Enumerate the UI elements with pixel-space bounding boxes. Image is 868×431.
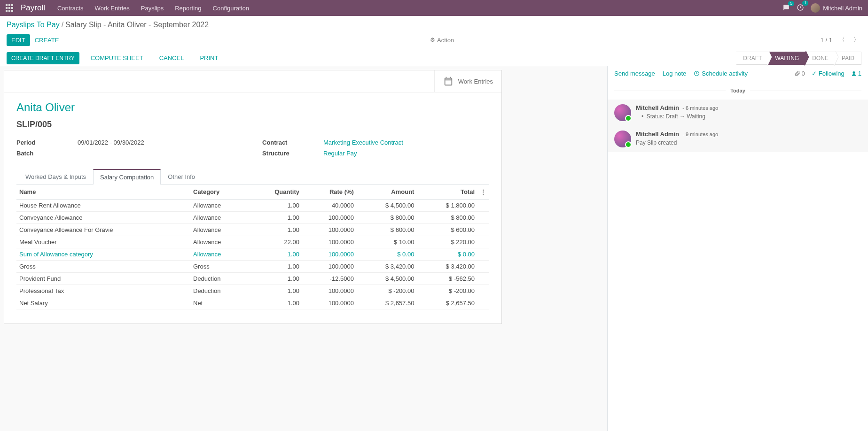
cell-category: Deduction: [190, 273, 249, 285]
gear-icon: ⚙: [430, 37, 435, 43]
nav-reporting[interactable]: Reporting: [175, 5, 201, 12]
status-waiting[interactable]: WAITING: [768, 52, 805, 65]
user-menu[interactable]: Mitchell Admin: [811, 3, 862, 13]
col-quantity[interactable]: Quantity: [249, 185, 302, 200]
log-note-button[interactable]: Log note: [663, 70, 687, 77]
clock-icon: [694, 70, 700, 77]
action-dropdown[interactable]: ⚙ Action: [430, 37, 454, 44]
period-label: Period: [16, 139, 78, 146]
table-row[interactable]: Provident Fund Deduction 1.00 -12.5000 $…: [16, 273, 489, 285]
status-paid[interactable]: PAID: [835, 52, 861, 65]
log-author[interactable]: Mitchell Admin: [636, 131, 679, 138]
avatar-icon: [614, 104, 631, 121]
pager-next[interactable]: 〉: [852, 34, 861, 46]
tab-salary-computation[interactable]: Salary Computation: [93, 169, 161, 185]
structure-label: Structure: [262, 150, 323, 157]
log-time: - 9 minutes ago: [682, 131, 718, 137]
col-options-icon[interactable]: ⋮: [477, 185, 489, 200]
col-category[interactable]: Category: [190, 185, 249, 200]
pager-prev[interactable]: 〈: [837, 34, 847, 46]
cell-category: Allowance: [190, 200, 249, 212]
table-row[interactable]: Gross Gross 1.00 100.0000 $ 3,420.00 $ 3…: [16, 261, 489, 273]
cell-rate: 100.0000: [302, 212, 357, 224]
cell-qty: 1.00: [249, 297, 302, 309]
table-row[interactable]: Conveyance Allowance For Gravie Allowanc…: [16, 224, 489, 236]
log-time: - 6 minutes ago: [682, 105, 718, 111]
tab-worked-days[interactable]: Worked Days & Inputs: [18, 169, 93, 184]
cell-name: Net Salary: [16, 297, 190, 309]
send-message-button[interactable]: Send message: [614, 70, 655, 77]
action-label: Action: [437, 37, 454, 44]
cell-name: Conveyance Allowance: [16, 212, 190, 224]
breadcrumb-separator: /: [62, 21, 63, 29]
cancel-button[interactable]: CANCEL: [155, 52, 189, 64]
compute-sheet-button[interactable]: COMPUTE SHEET: [86, 52, 148, 64]
cell-amount: $ 600.00: [357, 224, 417, 236]
contract-link[interactable]: Marketing Executive Contract: [323, 139, 403, 146]
cell-name: Provident Fund: [16, 273, 190, 285]
nav-configuration[interactable]: Configuration: [213, 5, 249, 12]
tabs: Worked Days & Inputs Salary Computation …: [16, 169, 489, 185]
col-amount[interactable]: Amount: [357, 185, 417, 200]
period-value: 09/01/2022 - 09/30/2022: [78, 139, 144, 146]
table-row[interactable]: Meal Voucher Allowance 22.00 100.0000 $ …: [16, 236, 489, 248]
breadcrumb-current: Salary Slip - Anita Oliver - September 2…: [65, 21, 209, 29]
attachments-button[interactable]: 0: [794, 70, 805, 77]
nav-work-entries[interactable]: Work Entries: [95, 5, 130, 12]
messages-icon[interactable]: 5: [782, 4, 790, 12]
cell-category: Gross: [190, 261, 249, 273]
log-message: Mitchell Admin - 6 minutes ago • Status:…: [608, 100, 868, 126]
work-entries-stat-button[interactable]: Work Entries: [434, 70, 501, 92]
create-draft-entry-button[interactable]: CREATE DRAFT ENTRY: [7, 52, 79, 64]
table-row[interactable]: Net Salary Net 1.00 100.0000 $ 2,657.50 …: [16, 297, 489, 309]
status-done[interactable]: DONE: [805, 52, 835, 65]
log-author[interactable]: Mitchell Admin: [636, 104, 679, 111]
breadcrumb-parent[interactable]: Payslips To Pay: [7, 21, 60, 29]
edit-button[interactable]: EDIT: [7, 34, 30, 46]
cell-name: Meal Voucher: [16, 236, 190, 248]
person-icon: [851, 71, 857, 77]
cell-name: Professional Tax: [16, 285, 190, 297]
statusbar-widget: DRAFT WAITING DONE PAID: [736, 52, 861, 65]
chatter-panel: Send message Log note Schedule activity …: [607, 66, 868, 431]
table-row[interactable]: Professional Tax Deduction 1.00 100.0000…: [16, 285, 489, 297]
nav-payslips[interactable]: Payslips: [141, 5, 164, 12]
batch-label: Batch: [16, 150, 78, 157]
chatter-date-separator: Today: [726, 88, 750, 93]
schedule-activity-button[interactable]: Schedule activity: [694, 70, 748, 77]
cell-amount: $ 2,657.50: [357, 297, 417, 309]
avatar-icon: [614, 131, 631, 147]
cell-amount: $ 800.00: [357, 212, 417, 224]
cell-total: $ -562.50: [417, 273, 477, 285]
cell-name: House Rent Allowance: [16, 200, 190, 212]
apps-icon[interactable]: [6, 4, 13, 12]
table-row[interactable]: Conveyance Allowance Allowance 1.00 100.…: [16, 212, 489, 224]
cell-name: Gross: [16, 261, 190, 273]
activities-badge: 1: [802, 0, 808, 6]
activities-icon[interactable]: 1: [797, 4, 804, 13]
calendar-icon: [443, 76, 454, 86]
cell-amount: $ -200.00: [357, 285, 417, 297]
cell-category: Allowance: [190, 224, 249, 236]
employee-name[interactable]: Anita Oliver: [16, 101, 489, 114]
cell-qty: 1.00: [249, 261, 302, 273]
control-bar: Payslips To Pay / Salary Slip - Anita Ol…: [0, 16, 868, 50]
col-total[interactable]: Total: [417, 185, 477, 200]
table-row[interactable]: House Rent Allowance Allowance 1.00 40.0…: [16, 200, 489, 212]
check-icon: ✓: [812, 70, 817, 77]
table-row[interactable]: Sum of Allowance category Allowance 1.00…: [16, 248, 489, 261]
user-name: Mitchell Admin: [823, 5, 862, 12]
nav-contracts[interactable]: Contracts: [57, 5, 84, 12]
cell-total: $ 800.00: [417, 212, 477, 224]
structure-link[interactable]: Regular Pay: [323, 150, 357, 157]
tab-other-info[interactable]: Other Info: [161, 169, 202, 184]
print-button[interactable]: PRINT: [195, 52, 223, 64]
create-button[interactable]: CREATE: [30, 34, 64, 46]
col-rate[interactable]: Rate (%): [302, 185, 357, 200]
status-draft[interactable]: DRAFT: [736, 52, 768, 65]
cell-rate: 100.0000: [302, 224, 357, 236]
followers-button[interactable]: 1: [851, 70, 861, 77]
following-button[interactable]: ✓ Following: [812, 70, 845, 77]
app-brand[interactable]: Payroll: [21, 3, 45, 13]
col-name[interactable]: Name: [16, 185, 190, 200]
